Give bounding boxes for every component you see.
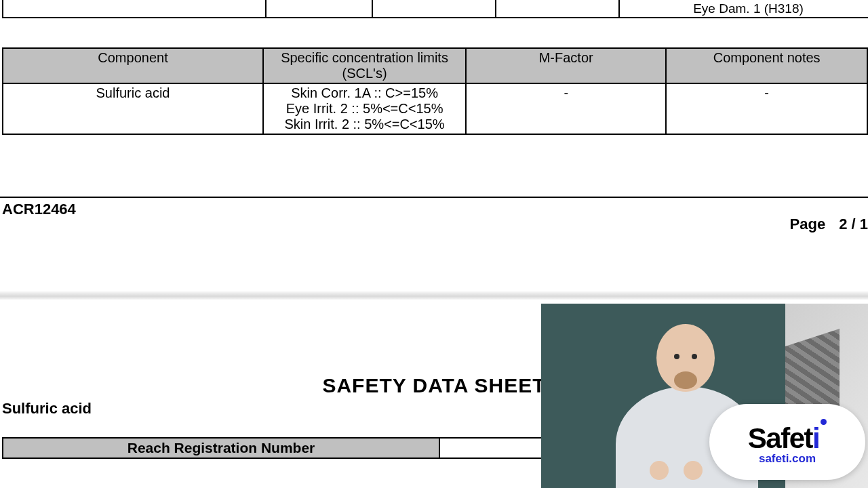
brand-blue: i bbox=[812, 422, 819, 454]
prev-cell-2 bbox=[267, 0, 373, 18]
td-mfactor: - bbox=[466, 83, 666, 134]
prev-cell-4 bbox=[496, 0, 620, 18]
page-gap bbox=[0, 291, 868, 300]
presenter-overlay: Safeti safeti.com bbox=[541, 304, 868, 488]
td-notes: - bbox=[666, 83, 867, 134]
chemical-name: Sulfuric acid bbox=[2, 400, 92, 418]
brand-pill: Safeti safeti.com bbox=[709, 404, 865, 480]
page-divider bbox=[0, 197, 868, 198]
page-value: 2 / 1 bbox=[839, 216, 868, 232]
table-header-row: Component Specific concentration limits … bbox=[3, 48, 867, 83]
brand-site: safeti.com bbox=[759, 452, 816, 466]
reach-header: Reach Registration Number bbox=[3, 439, 440, 458]
prev-cell-3 bbox=[373, 0, 496, 18]
scl-line: Skin Irrit. 2 :: 5%<=C<15% bbox=[268, 117, 461, 132]
presenter-hand bbox=[684, 461, 703, 480]
table-row: Sulfuric acid Skin Corr. 1A :: C>=15% Ey… bbox=[3, 83, 867, 134]
th-notes: Component notes bbox=[666, 48, 867, 83]
page-label: Page bbox=[790, 216, 826, 232]
presenter-head bbox=[656, 324, 715, 392]
brand-black: Safet bbox=[748, 422, 812, 454]
scl-line: Skin Corr. 1A :: C>=15% bbox=[268, 85, 461, 101]
page: Eye Dam. 1 (H318) Component Specific con… bbox=[0, 0, 868, 488]
eye-icon bbox=[692, 354, 697, 359]
prev-cell-1 bbox=[3, 0, 267, 18]
td-scls: Skin Corr. 1A :: C>=15% Eye Irrit. 2 :: … bbox=[263, 83, 466, 134]
th-scls: Specific concentration limits (SCL's) bbox=[263, 48, 466, 83]
th-mfactor: M-Factor bbox=[466, 48, 666, 83]
presenter-hand bbox=[650, 461, 669, 480]
scl-line: Eye Irrit. 2 :: 5%<=C<15% bbox=[268, 101, 461, 117]
td-component: Sulfuric acid bbox=[3, 83, 263, 134]
prev-cell-5: Eye Dam. 1 (H318) bbox=[620, 0, 868, 18]
prev-table-last-row: Eye Dam. 1 (H318) bbox=[2, 0, 868, 18]
th-component: Component bbox=[3, 48, 263, 83]
eye-icon bbox=[674, 354, 679, 359]
page-number: Page2 / 1 bbox=[790, 216, 868, 233]
document-id: ACR12464 bbox=[2, 201, 76, 218]
scl-table: Component Specific concentration limits … bbox=[2, 47, 868, 135]
brand-dot-icon bbox=[821, 419, 827, 425]
brand-logo: Safeti bbox=[748, 419, 827, 455]
